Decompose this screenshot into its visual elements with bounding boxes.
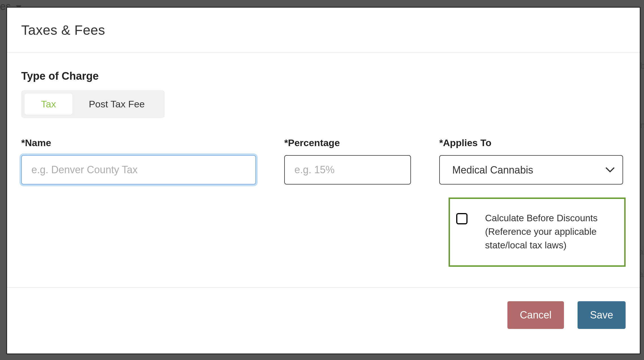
type-of-charge-toggle: Tax Post Tax Fee [21,90,165,118]
taxes-fees-modal: Taxes & Fees Type of Charge Tax Post Tax… [6,7,641,354]
percentage-input[interactable] [284,155,411,185]
type-of-charge-heading: Type of Charge [21,70,626,82]
cancel-button[interactable]: Cancel [507,301,564,329]
modal-footer: Cancel Save [7,288,640,342]
tab-tax[interactable]: Tax [25,94,72,115]
bg-fragment: b [640,61,644,71]
modal-title: Taxes & Fees [21,22,626,38]
percentage-label: *Percentage [284,137,411,148]
calculate-before-discounts-label: Calculate Before Discounts (Reference yo… [485,211,616,252]
modal-body: Type of Charge Tax Post Tax Fee *Name *P… [7,53,640,288]
calculate-before-discounts-box: Calculate Before Discounts (Reference yo… [449,198,626,267]
name-input[interactable] [21,155,256,185]
calculate-before-discounts-checkbox[interactable] [456,213,468,224]
applies-to-group: *Applies To Medical Cannabis [439,137,623,185]
applies-to-select-wrap: Medical Cannabis [439,155,623,185]
applies-to-select[interactable]: Medical Cannabis [439,155,623,185]
form-row: *Name *Percentage *Applies To Medical Ca… [21,137,626,185]
name-label: *Name [21,137,256,148]
modal-header: Taxes & Fees [7,8,640,53]
save-button[interactable]: Save [578,301,626,329]
percentage-group: *Percentage [284,137,411,185]
applies-to-label: *Applies To [439,137,623,148]
name-group: *Name [21,137,256,185]
tab-post-tax-fee[interactable]: Post Tax Fee [72,94,161,115]
